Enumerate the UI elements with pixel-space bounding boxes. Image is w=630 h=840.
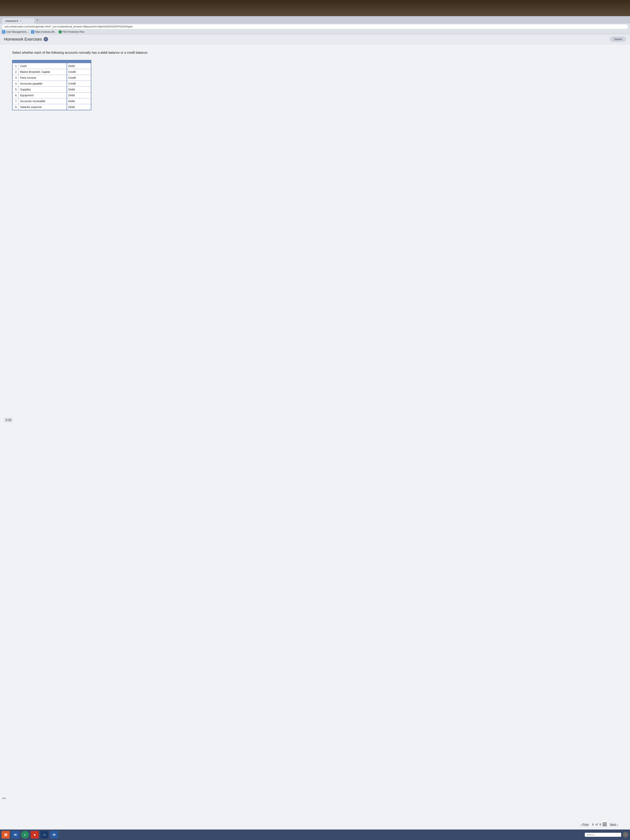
bookmark-label-fes: FES Protection Plan: [63, 30, 84, 33]
table-header-cell: [12, 60, 91, 63]
prev-button[interactable]: ‹ Prev: [581, 823, 589, 826]
account-name: Accounts payable: [18, 81, 67, 87]
row-number: 2.: [12, 69, 18, 75]
account-name: Blaine Brownell, Capital: [18, 69, 67, 75]
next-button[interactable]: Next ›: [610, 823, 618, 826]
balance-type[interactable]: Credit: [67, 69, 91, 75]
balance-type[interactable]: Debit: [67, 92, 91, 98]
browser-button[interactable]: e: [21, 831, 29, 838]
table-row[interactable]: 5.SuppliesDebit: [12, 87, 91, 92]
balance-type[interactable]: Credit: [67, 81, 91, 87]
start-button[interactable]: ⊞: [2, 831, 10, 838]
row-number: 5.: [12, 87, 18, 92]
balance-type[interactable]: Credit: [67, 75, 91, 81]
balance-type[interactable]: Debit: [67, 63, 91, 69]
active-tab[interactable]: omework E ×: [2, 18, 34, 24]
pagination-info: 6 of 8: [592, 823, 606, 826]
grid-dot: [606, 823, 606, 823]
table-row[interactable]: 2.Blaine Brownell, CapitalCredit: [12, 69, 91, 75]
grid-dot: [603, 823, 604, 823]
row-number: 8.: [12, 104, 18, 110]
grid-dot: [604, 823, 605, 823]
row-number: 1.: [12, 63, 18, 69]
tab-close-button[interactable]: ×: [20, 20, 21, 22]
app-button-red[interactable]: ■: [31, 831, 39, 838]
prev-label: Prev: [583, 823, 589, 826]
grid-dot: [603, 825, 604, 826]
bookmark-icon-outlook: ⊞: [31, 30, 34, 33]
table-row[interactable]: 6.EquipmentDebit: [12, 92, 91, 98]
address-bar[interactable]: ezto.mheducation.com/ext/map/index.html?…: [2, 24, 628, 29]
bookmarks-bar: ⊞ User Management,... ⊞ https://outlook.…: [0, 30, 630, 34]
current-page: 6: [592, 823, 594, 826]
bookmark-label-outlook: https://outlook.offi...: [35, 30, 56, 33]
table-row[interactable]: 3.Fees incomeCredit: [12, 75, 91, 81]
taskbar-address-bar[interactable]: Address ⌄: [585, 833, 621, 837]
bookmark-label-user-mgmt: User Management,...: [6, 30, 29, 33]
bookmark-fes[interactable]: ● FES Protection Plan: [58, 30, 84, 33]
page-wrapper: Homework Exercises i Saved 9:36 ces Sele…: [0, 34, 630, 829]
prev-chevron-icon: ‹: [581, 823, 582, 826]
info-icon[interactable]: i: [44, 37, 48, 41]
account-name: Salaries expense: [18, 104, 67, 110]
balance-type[interactable]: Debit: [67, 87, 91, 92]
row-number: 3.: [12, 75, 18, 81]
account-name: Fees income: [18, 75, 67, 81]
table-row[interactable]: 4.Accounts payableCredit: [12, 81, 91, 87]
account-name: Supplies: [18, 87, 67, 92]
grid-dot: [606, 825, 606, 826]
table-header-row: [12, 60, 91, 63]
side-label: ces: [2, 797, 6, 800]
grid-dot: [604, 824, 605, 825]
page-content: Select whether each of the following acc…: [0, 44, 630, 819]
side-timer: 9:36: [4, 418, 13, 422]
bookmark-outlook[interactable]: ⊞ https://outlook.offi...: [31, 30, 56, 33]
total-pages: 8: [600, 823, 601, 826]
page-title: Homework Exercises: [4, 37, 42, 42]
next-label: Next: [610, 823, 616, 826]
page-header: Homework Exercises i Saved: [0, 34, 630, 44]
next-chevron-icon: ›: [617, 823, 618, 826]
hp-button[interactable]: hp: [40, 831, 49, 838]
taskbar-search-button[interactable]: ○: [623, 832, 628, 838]
accounts-table: 1.CashDebit2.Blaine Brownell, CapitalCre…: [12, 60, 91, 110]
question-text: Select whether each of the following acc…: [12, 50, 618, 55]
bookmark-icon-user-mgmt: ⊞: [2, 30, 5, 33]
grid-view-icon[interactable]: [603, 823, 606, 826]
search-icon: ○: [625, 833, 626, 836]
taskbar-address-label: Address: [587, 834, 595, 836]
grid-dot: [606, 824, 606, 825]
pagination-bar: ‹ Prev 6 of 8 Next ›: [0, 819, 630, 829]
account-name: Accounts receivable: [18, 98, 67, 104]
tab-bar: omework E × +: [0, 16, 630, 24]
of-label: of: [595, 823, 598, 826]
bookmark-user-mgmt[interactable]: ⊞ User Management,...: [2, 30, 29, 33]
grid-dot: [604, 825, 605, 826]
address-bar-row: ezto.mheducation.com/ext/map/index.html?…: [0, 24, 630, 30]
account-name: Cash: [18, 63, 67, 69]
photo-background: [0, 0, 630, 16]
word-app-button-2[interactable]: W: [50, 831, 58, 838]
saved-badge: Saved: [610, 36, 626, 42]
grid-dot: [603, 824, 604, 825]
balance-type[interactable]: Debit: [67, 104, 91, 110]
bookmark-icon-fes: ●: [58, 30, 62, 33]
account-name: Equipment: [18, 92, 67, 98]
taskbar-chevron-icon: ⌄: [617, 834, 619, 836]
table-row[interactable]: 8.Salaries expenseDebit: [12, 104, 91, 110]
new-tab-button[interactable]: +: [35, 17, 40, 23]
row-number: 4.: [12, 81, 18, 87]
tab-label: omework E: [5, 19, 18, 22]
row-number: 6.: [12, 92, 18, 98]
table-row[interactable]: 1.CashDebit: [12, 63, 91, 69]
word-app-button[interactable]: W: [11, 831, 19, 838]
row-number: 7.: [12, 98, 18, 104]
table-row[interactable]: 7.Accounts receivableDebit: [12, 98, 91, 104]
taskbar: ⊞ W e ■ hp W Address ⌄ ○: [0, 829, 630, 840]
browser-chrome: omework E × + ezto.mheducation.com/ext/m…: [0, 16, 630, 34]
balance-type[interactable]: Debit: [67, 98, 91, 104]
page-title-area: Homework Exercises i: [4, 37, 48, 42]
